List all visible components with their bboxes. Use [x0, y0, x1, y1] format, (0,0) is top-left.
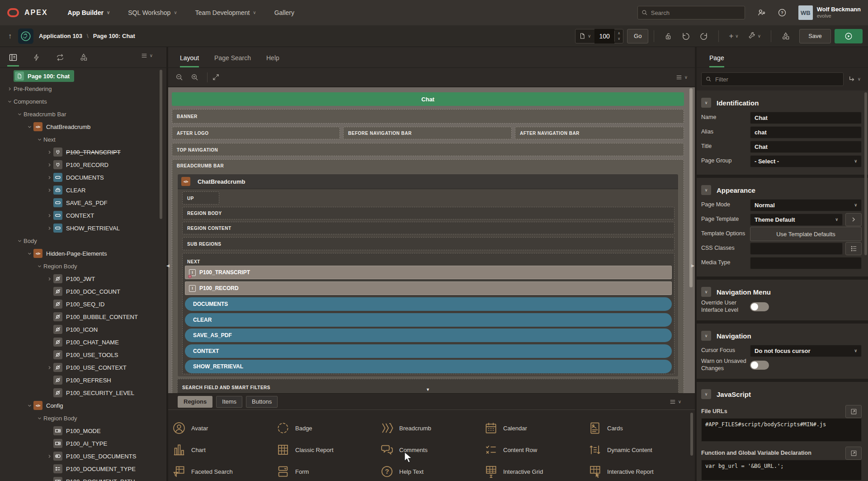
- chevron-open-icon[interactable]: [35, 138, 43, 142]
- tab-page-shared-components-icon[interactable]: [77, 48, 90, 67]
- layout-button-clear[interactable]: CLEAR: [185, 313, 672, 327]
- field-template-options-button[interactable]: Use Template Defaults: [750, 227, 862, 241]
- gallery-item-chart[interactable]: Chart: [172, 443, 206, 457]
- tree-item-config[interactable]: </>Config: [0, 399, 166, 412]
- field-title-input[interactable]: Chat: [750, 141, 862, 153]
- application-icon[interactable]: [18, 29, 33, 44]
- filter-input[interactable]: [715, 76, 839, 83]
- tree-item-p100-seq-id[interactable]: P100_SEQ_ID: [0, 298, 166, 310]
- page-finder-icon[interactable]: ∨: [576, 33, 594, 39]
- chevron-closed-icon[interactable]: [45, 176, 53, 180]
- tab-help[interactable]: Help: [266, 54, 279, 67]
- chevron-open-icon[interactable]: [25, 404, 33, 408]
- collapse-chevron-icon[interactable]: ∨: [701, 98, 711, 108]
- chevron-closed-icon[interactable]: [45, 150, 53, 154]
- tree-item-show-retrieval[interactable]: SHOW_RETRIEVAL: [0, 222, 166, 234]
- region-chatbreadcrumb[interactable]: </> ChatBreadcrumb UP REGION BODY REGION…: [177, 174, 679, 377]
- save-button[interactable]: Save: [799, 29, 831, 43]
- tree-scrollbar[interactable]: [160, 70, 162, 219]
- collapse-chevron-icon[interactable]: ▼: [426, 387, 430, 392]
- tab-rendering-icon[interactable]: [6, 48, 20, 67]
- props-scrollbar[interactable]: [864, 92, 867, 255]
- field-name-input[interactable]: Chat: [750, 112, 862, 124]
- menu-gallery[interactable]: Gallery: [274, 9, 294, 16]
- zoom-in-icon[interactable]: [191, 73, 199, 81]
- gallery-item-help-text[interactable]: ?Help Text: [380, 465, 424, 478]
- tab-dynamic-actions-icon[interactable]: [30, 48, 43, 67]
- tree-item-page-100-chat[interactable]: Page 100: Chat: [0, 70, 166, 82]
- apex-logo-text[interactable]: APEX: [24, 9, 48, 17]
- group-header[interactable]: ∨Navigation Menu: [701, 284, 862, 300]
- group-header[interactable]: ∨Appearance: [701, 182, 862, 198]
- tab-processing-icon[interactable]: [53, 48, 67, 67]
- field-css-classes-input[interactable]: [750, 243, 843, 255]
- chevron-closed-icon[interactable]: [45, 163, 53, 167]
- layout-button-documents[interactable]: DOCUMENTS: [185, 297, 672, 311]
- chevron-open-icon[interactable]: [15, 239, 24, 243]
- gallery-item-faceted-search[interactable]: Faceted Search: [172, 465, 233, 478]
- shared-components-icon[interactable]: [777, 32, 795, 41]
- undo-icon[interactable]: [677, 32, 695, 41]
- gallery-item-cards[interactable]: Cards: [588, 421, 623, 435]
- gallery-item-interactive-grid[interactable]: Interactive Grid: [484, 465, 543, 478]
- tree-item-p100-jwt[interactable]: P100_JWT: [0, 272, 166, 285]
- tree-item-p100-ai-type[interactable]: P100_AI_TYPE: [0, 437, 166, 450]
- chevron-closed-icon[interactable]: [45, 366, 53, 370]
- admin-icon[interactable]: [757, 8, 766, 17]
- slot-banner[interactable]: BANNER: [172, 109, 684, 124]
- tree-item-save-as-pdf[interactable]: SAVE_AS_PDF: [0, 196, 166, 209]
- menu-sql-workshop[interactable]: SQL Workshop∨: [128, 9, 177, 16]
- field-media-type-input[interactable]: [750, 257, 862, 269]
- field-page-template-goto-button[interactable]: [845, 213, 862, 226]
- tree-item-p100-bubble-content[interactable]: P100_BUBBLE_CONTENT: [0, 310, 166, 323]
- collapse-chevron-icon[interactable]: ∨: [701, 389, 711, 399]
- field-css-classes-list-button[interactable]: [845, 242, 862, 255]
- layout-button-context[interactable]: CONTEXT: [185, 344, 672, 358]
- redo-icon[interactable]: [695, 32, 713, 41]
- lock-icon[interactable]: [660, 32, 677, 40]
- tree-item-pre-rendering[interactable]: Pre-Rendering: [0, 82, 166, 95]
- page-spinner[interactable]: ∧∨: [614, 31, 623, 42]
- field-page-mode-select[interactable]: Normal∨: [750, 199, 862, 211]
- tree-item-p100-mode[interactable]: P100_MODE: [0, 424, 166, 437]
- help-icon[interactable]: ?: [778, 8, 787, 17]
- goto-group-button[interactable]: ∨: [848, 75, 861, 83]
- gallery-item-dynamic-content[interactable]: Dynamic Content: [588, 443, 652, 457]
- field-page-group-select[interactable]: - Select -∨: [750, 155, 862, 167]
- chevron-closed-icon[interactable]: [45, 214, 53, 218]
- search-input[interactable]: [651, 10, 732, 16]
- gallery-item-classic-report[interactable]: Classic Report: [276, 443, 334, 457]
- tree-item-p100-document-path[interactable]: P100_DOCUMENT_PATH: [0, 475, 166, 481]
- tree-item-region-body[interactable]: Region Body: [0, 260, 166, 272]
- tree-item-documents[interactable]: DOCUMENTS: [0, 171, 166, 184]
- chevron-open-icon[interactable]: [25, 252, 33, 256]
- region-header[interactable]: </> ChatBreadcrumb: [178, 174, 678, 189]
- gallery-item-form[interactable]: Form: [276, 465, 309, 478]
- layout-button-save_as_pdf[interactable]: SAVE_AS_PDF: [185, 329, 672, 342]
- chevron-open-icon[interactable]: [15, 112, 24, 116]
- tree-item-context[interactable]: CONTEXT: [0, 209, 166, 222]
- tab-page-search[interactable]: Page Search: [214, 54, 251, 67]
- slot-after-logo[interactable]: AFTER LOGO: [172, 127, 340, 139]
- gallery-item-calendar[interactable]: Calendar: [484, 421, 527, 435]
- user-avatar[interactable]: WB: [798, 5, 813, 20]
- gallery-item-content-row[interactable]: Content Row: [484, 443, 537, 457]
- layout-button-show_retrieval[interactable]: SHOW_RETRIEVAL: [185, 360, 672, 373]
- chevron-closed-icon[interactable]: [45, 454, 53, 458]
- tree-item-components[interactable]: Components: [0, 95, 166, 108]
- field-override-user-interface-level-toggle[interactable]: [750, 302, 769, 311]
- tree-item-p100-transcript[interactable]: P100_TRANSCRIPT: [0, 146, 166, 158]
- tree-item-p100-use-tools[interactable]: P100_USE_TOOLS: [0, 348, 166, 361]
- region-slot-region-content[interactable]: REGION CONTENT: [182, 222, 675, 234]
- tree-item-region-body[interactable]: Region Body: [0, 412, 166, 424]
- group-header[interactable]: ∨Identification: [701, 95, 862, 110]
- chevron-closed-icon[interactable]: [45, 277, 53, 281]
- tree-item-p100-icon[interactable]: P100_ICON: [0, 323, 166, 336]
- tree-item-p100-document-type[interactable]: P100_DOCUMENT_TYPE: [0, 462, 166, 475]
- region-slot-region-body[interactable]: REGION BODY: [182, 207, 675, 219]
- up-arrow-icon[interactable]: ↑: [8, 32, 12, 40]
- oracle-logo-icon[interactable]: [7, 8, 19, 17]
- slot-after-navigation-bar[interactable]: AFTER NAVIGATION BAR: [515, 127, 684, 139]
- chevron-open-icon[interactable]: [25, 125, 33, 129]
- field-warn-on-unsaved-changes-toggle[interactable]: [750, 361, 769, 370]
